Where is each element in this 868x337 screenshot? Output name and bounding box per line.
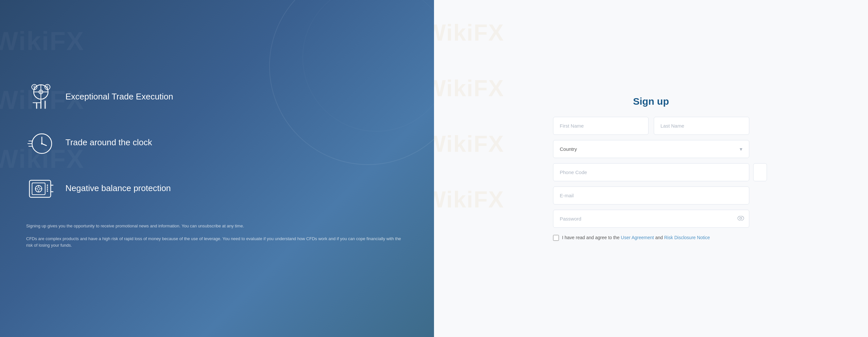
safe-icon xyxy=(26,174,56,203)
right-watermark-4: WikiFX xyxy=(434,186,504,213)
country-select-wrapper: Country United States United Kingdom Aus… xyxy=(553,140,749,158)
user-agreement-link[interactable]: User Agreement xyxy=(621,235,654,240)
right-watermark-2: WikiFX xyxy=(434,75,504,101)
agreement-row: I have read and agree to the User Agreem… xyxy=(553,234,749,241)
first-name-group xyxy=(553,117,649,135)
disclaimer-1: Signing up gives you the opportunity to … xyxy=(26,223,408,230)
risk-disclosure-link[interactable]: Risk Disclosure Notice xyxy=(664,235,710,240)
svg-point-31 xyxy=(47,188,48,190)
watermark-2: WikiFX xyxy=(0,85,84,115)
feature-balance-protection: Negative balance protection xyxy=(26,174,408,203)
name-row xyxy=(553,117,749,135)
phone-row xyxy=(553,163,749,181)
signup-form-container: Sign up Country United States United Kin… xyxy=(553,96,749,241)
right-watermark-1: WikiFX xyxy=(434,20,504,46)
svg-point-30 xyxy=(47,186,48,188)
svg-point-29 xyxy=(47,185,48,186)
email-input[interactable] xyxy=(553,186,749,205)
svg-rect-20 xyxy=(32,183,45,195)
eye-icon[interactable] xyxy=(738,216,744,222)
right-panel: WikiFX WikiFX WikiFX WikiFX Sign up Coun… xyxy=(434,0,868,337)
svg-point-22 xyxy=(37,187,40,190)
phone-code-input[interactable] xyxy=(553,163,749,181)
agreement-prefix: I have read and agree to the xyxy=(562,235,621,240)
watermark-3: WikiFX xyxy=(0,144,84,174)
last-name-input[interactable] xyxy=(654,117,749,135)
agreement-checkbox[interactable] xyxy=(553,235,559,241)
country-select[interactable]: Country United States United Kingdom Aus… xyxy=(553,140,749,158)
first-name-input[interactable] xyxy=(553,117,649,135)
disclaimer-2: CFDs are complex products and have a hig… xyxy=(26,236,408,249)
disclaimer-section: Signing up gives you the opportunity to … xyxy=(26,223,408,255)
page-title: Sign up xyxy=(553,96,749,107)
last-name-group xyxy=(654,117,749,135)
phone-number-input[interactable] xyxy=(753,163,767,181)
agreement-connector: and xyxy=(655,235,664,240)
password-input[interactable] xyxy=(553,210,749,228)
svg-point-32 xyxy=(47,190,48,192)
watermark-1: WikiFX xyxy=(0,26,84,56)
svg-point-33 xyxy=(740,217,742,219)
agreement-label: I have read and agree to the User Agreem… xyxy=(562,234,710,241)
password-group xyxy=(553,210,749,228)
email-group xyxy=(553,186,749,205)
left-panel: WikiFX WikiFX WikiFX $ $ Exceptional Tra… xyxy=(0,0,434,337)
right-watermark-3: WikiFX xyxy=(434,131,504,157)
feature-balance-protection-title: Negative balance protection xyxy=(65,183,171,194)
